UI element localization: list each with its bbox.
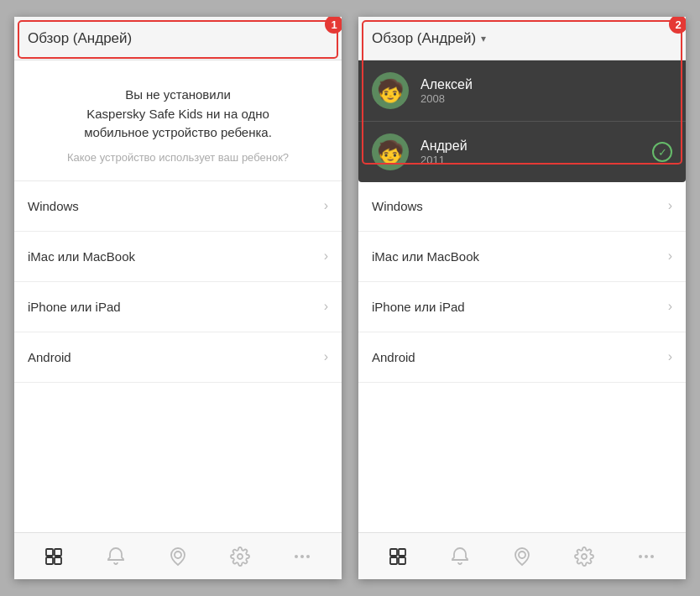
device-item-android-2[interactable]: Android ›	[358, 332, 686, 383]
main-content-1: Вы не установили Kaspersky Safe Kids ни …	[14, 60, 342, 532]
svg-point-8	[306, 555, 310, 558]
arrow-icon: ›	[668, 198, 672, 213]
arrow-icon: ›	[668, 248, 672, 264]
device-list-1: Windows › iMac или MacBook › iPhone или …	[14, 181, 342, 533]
avatar-andrey: 🧒	[372, 133, 409, 170]
no-device-title-1: Вы не установили Kaspersky Safe Kids ни …	[31, 86, 325, 143]
svg-rect-12	[399, 557, 405, 564]
svg-point-16	[645, 555, 648, 558]
gear-nav-icon-2[interactable]	[569, 541, 599, 572]
device-item-android-1[interactable]: Android ›	[14, 332, 342, 383]
panel-1: 1 Обзор (Андрей) Вы не установили Kasper…	[14, 17, 342, 579]
user-dropdown: 🧒 Алексей 2008 🧒 Андрей 2011	[358, 60, 686, 182]
avatar-aleksei: 🧒	[372, 72, 409, 109]
arrow-icon: ›	[324, 198, 328, 213]
arrow-icon: ›	[324, 299, 328, 314]
bell-nav-icon-2[interactable]	[445, 541, 475, 572]
badge-2: 2	[669, 17, 686, 34]
badge-1: 1	[325, 17, 342, 34]
grid-nav-icon[interactable]	[39, 541, 69, 572]
panel-2: 2 Обзор (Андрей) ▾ 🧒 Алексей 2008 🧒 Андр…	[358, 17, 686, 579]
device-item-mac-1[interactable]: iMac или MacBook ›	[14, 232, 342, 282]
svg-rect-0	[46, 549, 53, 556]
header-2: Обзор (Андрей) ▾	[358, 17, 686, 60]
svg-rect-1	[55, 549, 61, 556]
svg-point-13	[519, 552, 525, 558]
header-title-2: Обзор (Андрей)	[372, 30, 476, 47]
device-item-mac-2[interactable]: iMac или MacBook ›	[358, 232, 686, 282]
user-info-andrey: Андрей 2011	[421, 139, 652, 166]
device-item-windows-2[interactable]: Windows ›	[358, 181, 686, 232]
svg-rect-9	[390, 549, 397, 556]
user-info-aleksei: Алексей 2008	[421, 77, 672, 105]
arrow-icon: ›	[668, 349, 672, 364]
svg-rect-3	[55, 557, 61, 564]
dropdown-user-andrey[interactable]: 🧒 Андрей 2011	[358, 121, 686, 182]
selected-check-icon	[652, 142, 672, 162]
location-nav-icon[interactable]	[163, 541, 193, 572]
header-title-1: Обзор (Андрей)	[28, 30, 132, 47]
svg-point-17	[650, 555, 654, 558]
svg-point-5	[238, 554, 243, 559]
arrow-icon: ›	[324, 349, 328, 364]
gear-nav-icon[interactable]	[225, 541, 255, 572]
svg-point-14	[582, 554, 587, 559]
more-nav-icon-2[interactable]	[631, 541, 661, 572]
device-item-iphone-1[interactable]: iPhone или iPad ›	[14, 282, 342, 332]
device-list-2: Windows › iMac или MacBook › iPhone или …	[358, 181, 686, 533]
svg-point-4	[175, 552, 181, 558]
arrow-icon: ›	[324, 248, 328, 264]
more-nav-icon[interactable]	[287, 541, 317, 572]
no-device-subtitle-1: Какое устройство использует ваш ребенок?	[31, 151, 325, 164]
svg-point-7	[300, 555, 304, 558]
location-nav-icon-2[interactable]	[507, 541, 537, 572]
svg-point-15	[639, 555, 642, 558]
device-item-iphone-2[interactable]: iPhone или iPad ›	[358, 282, 686, 332]
device-item-windows-1[interactable]: Windows ›	[14, 181, 342, 232]
dropdown-user-aleksei[interactable]: 🧒 Алексей 2008	[358, 60, 686, 121]
svg-rect-11	[390, 557, 397, 564]
header-arrow-2: ▾	[481, 33, 486, 44]
no-device-section-1: Вы не установили Kaspersky Safe Kids ни …	[14, 60, 342, 180]
bottom-nav-2	[358, 532, 686, 579]
bottom-nav-1	[14, 532, 342, 579]
svg-point-6	[295, 555, 298, 558]
svg-rect-2	[46, 557, 53, 564]
header-1: Обзор (Андрей)	[14, 17, 342, 60]
arrow-icon: ›	[668, 299, 672, 314]
grid-nav-icon-2[interactable]	[383, 541, 413, 572]
bell-nav-icon[interactable]	[101, 541, 131, 572]
svg-rect-10	[399, 549, 405, 556]
